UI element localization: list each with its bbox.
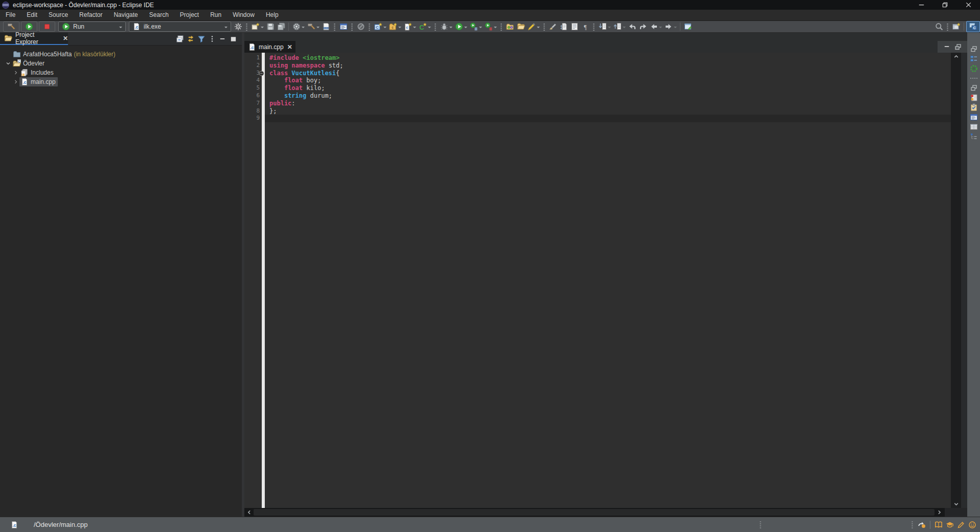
chevron-down-icon[interactable]: [428, 27, 431, 30]
console-window-button[interactable]: [338, 21, 349, 32]
folder-open-button[interactable]: [515, 21, 526, 32]
grad-cap-button[interactable]: [944, 520, 955, 530]
chevron-down-icon[interactable]: [119, 27, 122, 30]
search-button[interactable]: [933, 21, 944, 32]
collapse-all-button[interactable]: [174, 34, 185, 43]
code-line-6[interactable]: string durum;: [269, 92, 951, 100]
menu-item-help[interactable]: Help: [260, 10, 284, 21]
linked-doc-button[interactable]: [558, 21, 569, 32]
line-number-ruler[interactable]: 123456789: [244, 53, 262, 508]
new-editor-window-button[interactable]: [682, 21, 693, 32]
view-menu-button[interactable]: [207, 34, 217, 43]
menu-item-navigate[interactable]: Navigate: [108, 10, 143, 21]
menu-item-window[interactable]: Window: [227, 10, 260, 21]
launch-mode-combo[interactable]: Run: [58, 21, 126, 32]
horizontal-scrollbar[interactable]: [244, 508, 967, 517]
book-button[interactable]: [933, 520, 944, 530]
chevron-down-icon[interactable]: [302, 27, 305, 30]
tree-item-arafathoca5hafta[interactable]: ArafatHoca5Hafta(in klasörlükler): [0, 50, 242, 59]
properties-view-button[interactable]: [967, 122, 980, 131]
chevron-down-icon[interactable]: [479, 27, 482, 30]
save-all-button[interactable]: [276, 21, 286, 32]
chevron-down-icon[interactable]: [623, 27, 626, 30]
new-wizard-button[interactable]: [250, 21, 265, 32]
overview-ruler[interactable]: [961, 53, 967, 508]
chevron-down-icon[interactable]: [413, 27, 416, 30]
save-button[interactable]: [265, 21, 276, 32]
open-perspective-button[interactable]: [951, 21, 962, 32]
chevron-down-icon[interactable]: [383, 27, 386, 30]
editor-tab-maincpp[interactable]: .c main.cpp ✕: [244, 41, 295, 53]
code-line-3[interactable]: class VucutKutlesi{: [269, 70, 951, 77]
chevron-down-icon[interactable]: [398, 27, 401, 30]
chevron-right-icon[interactable]: [12, 70, 19, 76]
maximize-editor-button[interactable]: [954, 43, 962, 51]
launch-config-combo[interactable]: .cilk.exe: [129, 21, 231, 32]
problems-view-button[interactable]: [967, 93, 980, 102]
binary-file-button[interactable]: 0101: [321, 21, 331, 32]
code-line-2[interactable]: using namespace std;: [269, 62, 951, 70]
pencil-button[interactable]: [955, 520, 967, 530]
tasks-view-button[interactable]: [967, 102, 980, 112]
menu-item-refactor[interactable]: Refactor: [74, 10, 108, 21]
tree-item-includes[interactable]: hIncludes: [0, 68, 242, 77]
chevron-down-icon[interactable]: [4, 60, 12, 66]
code-line-1[interactable]: #include <iostream>: [269, 54, 951, 62]
chevron-down-icon[interactable]: [316, 27, 320, 30]
menu-item-source[interactable]: Source: [43, 10, 74, 21]
chevron-down-icon[interactable]: [674, 27, 677, 30]
chevron-down-icon[interactable]: [659, 27, 662, 30]
call-hierarchy-button[interactable]: [967, 131, 980, 141]
build-targets-button[interactable]: [967, 63, 980, 73]
code-line-8[interactable]: };: [269, 107, 951, 115]
code-line-7[interactable]: public:: [269, 100, 951, 107]
smiley-button[interactable]: [967, 520, 978, 530]
new-cpp-project-button[interactable]: C: [417, 21, 432, 32]
menu-item-run[interactable]: Run: [204, 10, 227, 21]
tree-item-body[interactable]: ArafatHoca5Hafta(in klasörlükler): [12, 50, 118, 59]
restore-window-button[interactable]: [933, 0, 956, 10]
chevron-down-icon[interactable]: [494, 27, 497, 30]
outline-doc-button[interactable]: [569, 21, 580, 32]
tree-item-devler[interactable]: CÖdevler: [0, 59, 242, 68]
new-folder-c-button[interactable]: c: [388, 21, 402, 32]
chevron-down-icon[interactable]: [464, 27, 467, 30]
tree-item-body[interactable]: hIncludes: [19, 68, 56, 77]
scroll-down-icon[interactable]: [951, 500, 961, 508]
run-play-button[interactable]: [21, 21, 37, 32]
tree-item-body[interactable]: CÖdevler: [12, 59, 47, 68]
wheel-button[interactable]: [291, 21, 306, 32]
scroll-right-icon[interactable]: [935, 508, 944, 517]
fold-collapse-icon[interactable]: [259, 71, 264, 76]
annotation-down-button[interactable]: [597, 21, 612, 32]
outline-view-button[interactable]: [967, 54, 980, 63]
restore-view-button[interactable]: [967, 83, 980, 93]
profile-run-button[interactable]: [483, 21, 498, 32]
build-hammer-button[interactable]: [3, 21, 19, 32]
folder-gears-button[interactable]: [505, 21, 515, 32]
minimize-window-button[interactable]: [909, 0, 933, 10]
chevron-down-icon[interactable]: [261, 27, 264, 30]
debug-bug-button[interactable]: [439, 21, 453, 32]
vertical-scrollbar[interactable]: [951, 53, 961, 508]
min-dash-button[interactable]: [217, 34, 228, 43]
scroll-up-icon[interactable]: [951, 53, 961, 60]
disabled-circle-button[interactable]: [355, 21, 366, 32]
build-hammer-button[interactable]: [306, 21, 321, 32]
menu-item-edit[interactable]: Edit: [21, 10, 43, 21]
stop-square-button[interactable]: [39, 21, 55, 32]
filter-button[interactable]: [196, 34, 207, 43]
tree-item-body[interactable]: .cmain.cpp: [19, 77, 58, 86]
hscroll-thumb[interactable]: [254, 509, 935, 516]
forward-curved-button[interactable]: [637, 21, 648, 32]
chevron-down-icon[interactable]: [608, 27, 611, 30]
max-square-button[interactable]: [228, 34, 239, 43]
forward-arrow-button[interactable]: [663, 21, 678, 32]
minimize-editor-button[interactable]: [943, 43, 951, 51]
chevron-right-icon[interactable]: [12, 79, 19, 85]
chevron-down-icon[interactable]: [537, 27, 540, 30]
restore-view-button[interactable]: [967, 44, 980, 54]
link-editor-button[interactable]: [185, 34, 196, 43]
tree-item-main-cpp[interactable]: .cmain.cpp: [0, 77, 242, 86]
notification-button[interactable]: [916, 520, 927, 530]
